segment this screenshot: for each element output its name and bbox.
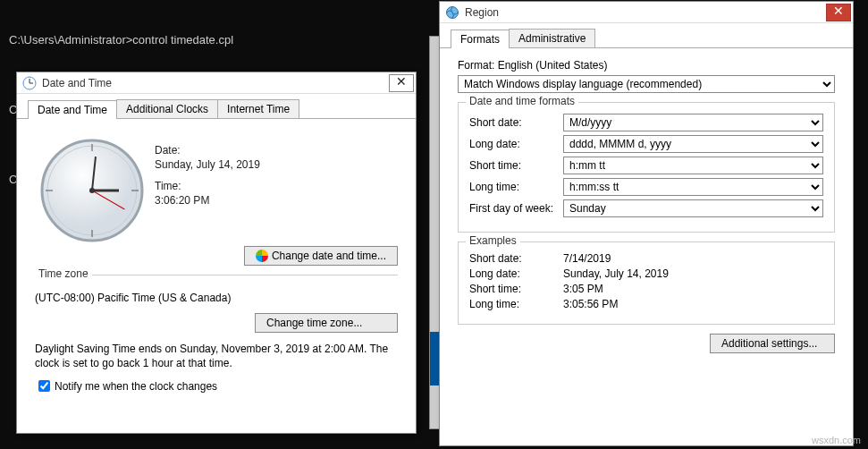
- short-time-select[interactable]: h:mm tt: [563, 157, 823, 174]
- ex-long-date-value: Sunday, July 14, 2019: [563, 267, 669, 280]
- change-date-time-button[interactable]: Change date and time...: [244, 246, 398, 266]
- ex-long-date-label: Long date:: [469, 267, 563, 280]
- watermark: wsxdn.com: [812, 435, 861, 445]
- titlebar[interactable]: Region ✕: [440, 2, 853, 23]
- group-label: Date and time formats: [466, 95, 578, 107]
- svg-point-12: [89, 188, 95, 193]
- ex-short-date-label: Short date:: [469, 252, 563, 265]
- tab-formats[interactable]: Formats: [451, 30, 510, 48]
- titlebar[interactable]: Date and Time ✕: [17, 72, 416, 94]
- tab-content: Format: English (United States) Match Wi…: [440, 48, 853, 364]
- tab-administrative[interactable]: Administrative: [509, 29, 595, 47]
- tab-internet-time[interactable]: Internet Time: [217, 99, 299, 118]
- additional-settings-button[interactable]: Additional settings...: [710, 334, 835, 353]
- notify-checkbox[interactable]: Notify me when the clock changes: [35, 377, 217, 394]
- timezone-section-label: Time zone: [35, 267, 92, 280]
- shield-icon: [256, 250, 268, 262]
- examples-group: Examples Short date:7/14/2019 Long date:…: [458, 241, 835, 325]
- dst-message: Daylight Saving Time ends on Sunday, Nov…: [35, 342, 398, 370]
- long-time-label: Long time:: [469, 181, 563, 193]
- analog-clock: [38, 137, 146, 244]
- ex-short-time-label: Short time:: [469, 283, 563, 295]
- date-value: Sunday, July 14, 2019: [155, 158, 260, 171]
- globe-icon: [445, 5, 459, 20]
- clock-icon: [22, 76, 37, 90]
- ex-short-time-value: 3:05 PM: [563, 283, 603, 295]
- tab-additional-clocks[interactable]: Additional Clocks: [116, 99, 218, 118]
- date-time-formats-group: Date and time formats Short date:M/d/yyy…: [458, 102, 835, 233]
- group-label: Examples: [466, 234, 520, 247]
- time-value: 3:06:20 PM: [155, 194, 260, 207]
- tab-content: Date: Sunday, July 14, 2019 Time: 3:06:2…: [17, 119, 416, 405]
- tab-date-time[interactable]: Date and Time: [28, 100, 117, 119]
- long-date-label: Long date:: [469, 138, 563, 150]
- ex-short-date-value: 7/14/2019: [563, 252, 611, 265]
- notify-checkbox-label: Notify me when the clock changes: [55, 380, 217, 393]
- ex-long-time-label: Long time:: [469, 298, 563, 310]
- close-button[interactable]: ✕: [389, 74, 414, 92]
- dialog-title: Region: [465, 6, 826, 19]
- first-day-label: First day of week:: [469, 202, 563, 215]
- short-time-label: Short time:: [469, 159, 563, 172]
- date-time-dialog: Date and Time ✕ Date and Time Additional…: [16, 72, 417, 434]
- timezone-value: (UTC-08:00) Pacific Time (US & Canada): [35, 292, 398, 304]
- format-label: Format: English (United States): [458, 59, 835, 72]
- format-select[interactable]: Match Windows display language (recommen…: [458, 75, 835, 93]
- date-label: Date:: [155, 144, 260, 157]
- tab-strip: Date and Time Additional Clocks Internet…: [17, 94, 416, 119]
- dialog-title: Date and Time: [42, 77, 389, 89]
- button-label: Change date and time...: [272, 250, 386, 262]
- region-dialog: Region ✕ Formats Administrative Format: …: [439, 1, 854, 446]
- ex-long-time-value: 3:05:56 PM: [563, 298, 618, 310]
- close-button[interactable]: ✕: [826, 4, 851, 21]
- change-timezone-button[interactable]: Change time zone...: [255, 313, 398, 333]
- short-date-select[interactable]: M/d/yyyy: [563, 114, 823, 131]
- long-time-select[interactable]: h:mm:ss tt: [563, 178, 823, 196]
- notify-checkbox-input[interactable]: [38, 380, 50, 392]
- time-label: Time:: [155, 180, 260, 192]
- long-date-select[interactable]: dddd, MMMM d, yyyy: [563, 135, 823, 153]
- short-date-label: Short date:: [469, 116, 563, 129]
- first-day-select[interactable]: Sunday: [563, 199, 823, 217]
- tab-strip: Formats Administrative: [440, 23, 853, 48]
